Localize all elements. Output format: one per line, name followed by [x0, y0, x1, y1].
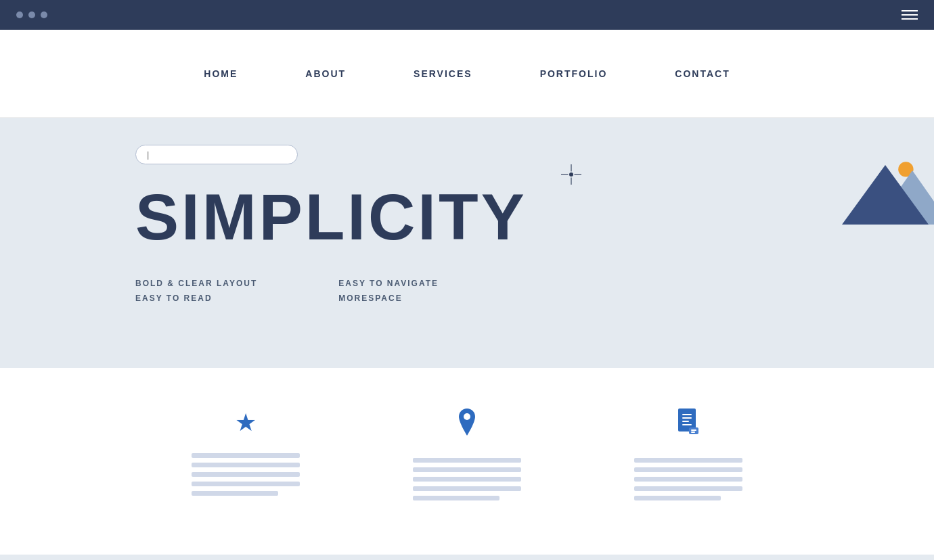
- topbar-dot-3: [41, 11, 47, 18]
- hamburger-line-2: [902, 14, 918, 16]
- svg-rect-9: [682, 421, 689, 422]
- hero-feature-1-line1: BOLD & CLEAR LAYOUT: [135, 277, 257, 291]
- hero-feature-2-line2: MORESPACE: [338, 291, 439, 306]
- feature-line: [413, 496, 499, 500]
- hero-features: BOLD & CLEAR LAYOUT EASY TO READ EASY TO…: [135, 277, 799, 306]
- feature-line: [413, 458, 521, 463]
- nav-item-portfolio[interactable]: PORTFOLIO: [540, 68, 608, 80]
- nav-link-portfolio[interactable]: PORTFOLIO: [540, 68, 608, 79]
- location-icon: [456, 409, 478, 442]
- nav-item-contact[interactable]: CONTACT: [675, 68, 730, 80]
- topbar-dot-1: [16, 11, 23, 18]
- main-nav: HOME ABOUT SERVICES PORTFOLIO CONTACT: [0, 30, 934, 118]
- feature-card-2: [399, 409, 535, 500]
- feature-line: [634, 477, 742, 482]
- mountain-illustration: [826, 145, 934, 242]
- hamburger-line-3: [902, 18, 918, 20]
- hero-search-input[interactable]: [135, 145, 298, 164]
- topbar-dots: [16, 11, 47, 18]
- svg-rect-10: [682, 424, 692, 425]
- hero-feature-2-line1: EASY TO NAVIGATE: [338, 277, 439, 291]
- feature-2-lines: [413, 458, 521, 500]
- nav-link-services[interactable]: SERVICES: [414, 68, 472, 79]
- nav-item-home[interactable]: HOME: [204, 68, 238, 80]
- feature-line: [634, 486, 742, 491]
- topbar-dot-2: [28, 11, 35, 18]
- feature-line: [192, 463, 300, 467]
- feature-3-lines: [634, 458, 742, 500]
- hamburger-menu-button[interactable]: [902, 10, 918, 20]
- document-icon: [677, 409, 700, 442]
- feature-line: [192, 482, 300, 486]
- feature-line: [192, 472, 300, 477]
- feature-line: [192, 453, 300, 458]
- features-inner: ★: [95, 409, 839, 500]
- feature-line: [634, 496, 721, 500]
- svg-rect-7: [682, 414, 692, 415]
- feature-line: [413, 477, 521, 482]
- feature-card-1: ★: [178, 409, 313, 500]
- hero-title-container: SIMPLICITY: [135, 185, 527, 277]
- feature-line: [634, 458, 742, 463]
- mountain-svg: [826, 145, 934, 239]
- feature-line: [192, 491, 278, 496]
- nav-link-about[interactable]: ABOUT: [305, 68, 346, 79]
- star-icon: ★: [235, 409, 257, 437]
- hero-feature-1: BOLD & CLEAR LAYOUT EASY TO READ: [135, 277, 257, 306]
- hero-content: SIMPLICITY BOLD & CLEAR LAYOUT EASY TO R…: [95, 145, 839, 306]
- nav-item-services[interactable]: SERVICES: [414, 68, 472, 80]
- feature-line: [634, 467, 742, 472]
- feature-line: [413, 467, 521, 472]
- svg-point-5: [464, 413, 470, 420]
- nav-link-home[interactable]: HOME: [204, 68, 238, 79]
- feature-card-3: [621, 409, 756, 500]
- svg-rect-13: [691, 431, 695, 433]
- features-section: ★: [0, 368, 934, 555]
- nav-link-contact[interactable]: CONTACT: [675, 68, 730, 79]
- hero-title: SIMPLICITY: [135, 185, 527, 250]
- feature-1-lines: [192, 453, 300, 496]
- footer: [0, 555, 934, 560]
- hamburger-line-1: [902, 10, 918, 11]
- svg-rect-8: [682, 417, 692, 419]
- hero-section: SIMPLICITY BOLD & CLEAR LAYOUT EASY TO R…: [0, 118, 934, 368]
- svg-rect-12: [691, 429, 696, 431]
- sparkle-decoration: [561, 164, 581, 185]
- hero-feature-1-line2: EASY TO READ: [135, 291, 257, 306]
- hero-feature-2: EASY TO NAVIGATE MORESPACE: [338, 277, 439, 306]
- feature-line: [413, 486, 521, 491]
- nav-list: HOME ABOUT SERVICES PORTFOLIO CONTACT: [204, 68, 730, 80]
- topbar: [0, 0, 934, 30]
- svg-point-4: [569, 172, 573, 177]
- nav-item-about[interactable]: ABOUT: [305, 68, 346, 80]
